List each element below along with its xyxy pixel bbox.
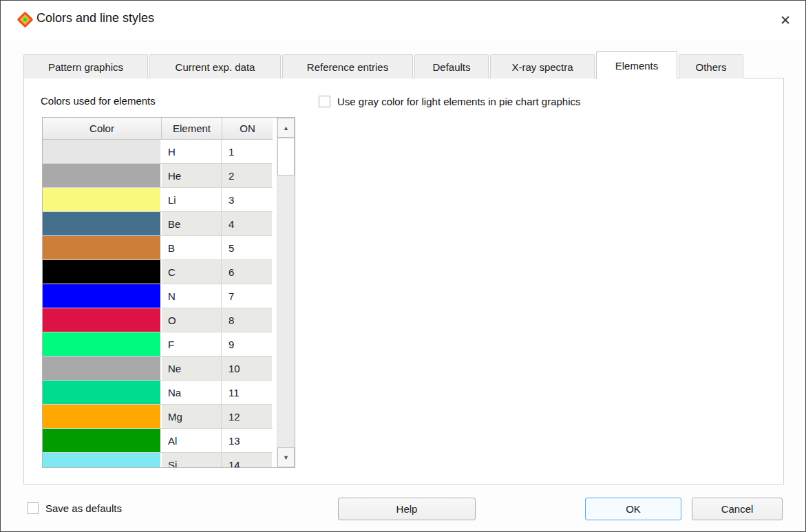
color-swatch[interactable] [43, 429, 162, 452]
element-cell[interactable]: Si [162, 453, 222, 467]
window-title: Colors and line styles [36, 11, 154, 25]
color-swatch[interactable] [43, 405, 162, 428]
header-element[interactable]: Element [162, 118, 222, 139]
on-cell[interactable]: 2 [222, 164, 272, 187]
on-cell[interactable]: 10 [222, 357, 272, 380]
table-row[interactable]: Mg12 [43, 405, 273, 429]
element-colors-table: Color Element ON H1He2Li3Be4B5C6N7O8F9Ne… [42, 117, 295, 468]
table-row[interactable]: Li3 [43, 188, 273, 212]
title-bar: Colors and line styles ✕ [1, 1, 805, 40]
on-cell[interactable]: 4 [222, 212, 272, 235]
element-cell[interactable]: Ne [162, 357, 222, 380]
element-cell[interactable]: O [162, 308, 222, 332]
table-row[interactable]: Al13 [43, 429, 273, 453]
on-cell[interactable]: 3 [222, 188, 272, 211]
on-cell[interactable]: 14 [222, 453, 272, 467]
tab-elements[interactable]: Elements [596, 51, 677, 79]
table-row[interactable]: H1 [43, 140, 273, 164]
tab-reference-entries[interactable]: Reference entries [282, 54, 413, 78]
color-swatch[interactable] [43, 140, 162, 163]
tab-x-ray-spectra[interactable]: X-ray spectra [490, 54, 595, 78]
color-swatch[interactable] [43, 188, 162, 211]
table-row[interactable]: Ne10 [43, 357, 273, 381]
on-cell[interactable]: 13 [222, 429, 272, 452]
color-swatch[interactable] [43, 381, 162, 404]
ok-button[interactable]: OK [585, 498, 681, 520]
table-row[interactable]: C6 [43, 260, 273, 284]
element-cell[interactable]: He [162, 164, 222, 187]
table-row[interactable]: Si14 [43, 453, 273, 467]
color-swatch[interactable] [43, 164, 162, 187]
color-swatch[interactable] [43, 453, 162, 467]
pie-chart-gray-checkbox-row: Use gray color for light elements in pie… [319, 96, 581, 107]
app-diamond-icon-core [22, 17, 29, 23]
element-cell[interactable]: N [162, 284, 222, 308]
table-caption: Colors used for elements [41, 95, 156, 107]
tab-current-exp-data[interactable]: Current exp. data [149, 54, 281, 78]
color-swatch[interactable] [43, 284, 162, 308]
color-swatch[interactable] [43, 260, 162, 284]
pie-chart-gray-checkbox[interactable] [319, 96, 330, 107]
vertical-scrollbar[interactable]: ▲ ▼ [277, 118, 295, 467]
element-cell[interactable]: Na [162, 381, 222, 404]
dialog-window: Colors and line styles ✕ Pattern graphic… [0, 0, 806, 532]
table-row[interactable]: He2 [43, 164, 273, 188]
pie-chart-gray-checkbox-label: Use gray color for light elements in pie… [337, 96, 581, 107]
header-on[interactable]: ON [222, 118, 273, 139]
color-swatch[interactable] [43, 332, 162, 356]
table-row[interactable]: Be4 [43, 212, 273, 236]
on-cell[interactable]: 9 [222, 332, 272, 356]
on-cell[interactable]: 6 [222, 260, 272, 284]
header-color[interactable]: Color [43, 118, 162, 139]
close-icon[interactable]: ✕ [774, 8, 797, 32]
element-cell[interactable]: B [162, 236, 222, 259]
element-cell[interactable]: Al [162, 429, 222, 452]
on-cell[interactable]: 5 [222, 236, 272, 259]
scroll-up-icon[interactable]: ▲ [277, 118, 295, 138]
on-cell[interactable]: 8 [222, 308, 272, 332]
element-colors-grid: Color Element ON H1He2Li3Be4B5C6N7O8F9Ne… [43, 118, 273, 467]
help-button[interactable]: Help [338, 498, 476, 520]
tab-defaults[interactable]: Defaults [414, 54, 489, 78]
cancel-button[interactable]: Cancel [692, 498, 783, 520]
table-body: H1He2Li3Be4B5C6N7O8F9Ne10Na11Mg12Al13Si1… [43, 140, 273, 467]
save-as-defaults-row: Save as defaults [27, 502, 122, 514]
table-row[interactable]: B5 [43, 236, 273, 260]
table-header-row: Color Element ON [43, 118, 273, 140]
on-cell[interactable]: 12 [222, 405, 272, 428]
app-diamond-icon [17, 11, 33, 28]
on-cell[interactable]: 1 [222, 140, 272, 163]
elements-tab-panel: Colors used for elements Use gray color … [23, 78, 784, 485]
color-swatch[interactable] [43, 212, 162, 235]
table-row[interactable]: Na11 [43, 381, 273, 405]
save-as-defaults-label: Save as defaults [45, 502, 122, 514]
table-row[interactable]: O8 [43, 308, 273, 332]
element-cell[interactable]: Mg [162, 405, 222, 428]
color-swatch[interactable] [43, 308, 162, 332]
scroll-down-icon[interactable]: ▼ [277, 447, 295, 467]
scrollbar-thumb[interactable] [277, 138, 295, 175]
element-cell[interactable]: C [162, 260, 222, 284]
table-row[interactable]: F9 [43, 332, 273, 357]
on-cell[interactable]: 11 [222, 381, 272, 404]
element-cell[interactable]: Be [162, 212, 222, 235]
save-as-defaults-checkbox[interactable] [27, 502, 39, 514]
color-swatch[interactable] [43, 357, 162, 380]
tab-pattern-graphics[interactable]: Pattern graphics [23, 54, 148, 78]
element-cell[interactable]: F [162, 332, 222, 356]
element-cell[interactable]: Li [162, 188, 222, 211]
color-swatch[interactable] [43, 236, 162, 259]
tab-bar: Pattern graphicsCurrent exp. dataReferen… [23, 50, 745, 78]
table-row[interactable]: N7 [43, 284, 273, 308]
on-cell[interactable]: 7 [222, 284, 272, 308]
tab-others[interactable]: Others [679, 54, 743, 78]
element-cell[interactable]: H [162, 140, 222, 163]
